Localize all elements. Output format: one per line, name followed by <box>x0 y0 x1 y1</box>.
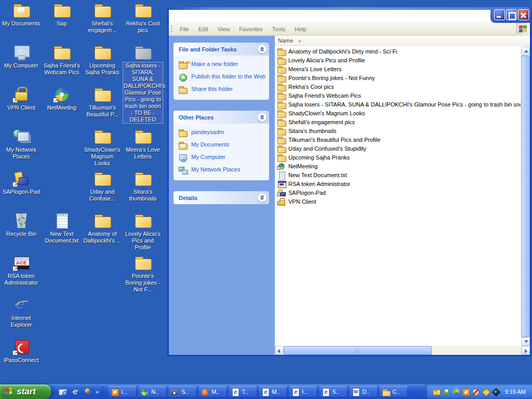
tr-swirl-icon[interactable] <box>452 388 460 396</box>
taskbar-button[interactable]: D.. <box>350 386 378 397</box>
desktop-icon[interactable]: Meera's Love Letters <box>123 128 163 170</box>
taskbar-button[interactable]: C.. <box>380 386 408 397</box>
menu-item[interactable]: Favorites <box>234 24 267 34</box>
place-link[interactable]: My Computer <box>179 154 267 162</box>
file-row[interactable]: Upcoming Sajha Pranks <box>275 153 521 162</box>
taskbar-button[interactable]: S.. <box>320 386 348 397</box>
horizontal-scroll-thumb[interactable] <box>284 346 432 355</box>
collapse-chevron-up-icon[interactable] <box>258 45 267 54</box>
file-row[interactable]: RSA token Administrator <box>275 179 521 188</box>
taskbar-button[interactable]: N.. <box>139 386 167 397</box>
place-link[interactable]: pandeysadm <box>179 129 267 137</box>
expand-chevron-down-icon[interactable] <box>258 193 267 202</box>
menu-item[interactable]: Help <box>290 24 311 34</box>
ql-ie-icon[interactable] <box>71 388 80 396</box>
minimize-button[interactable] <box>494 9 505 20</box>
desktop-icon[interactable]: Internet Explorer <box>1 297 42 339</box>
scroll-up-button[interactable] <box>521 47 530 56</box>
ql-msgr-icon[interactable] <box>84 388 92 396</box>
taskbar-button[interactable]: I... <box>289 386 317 397</box>
menu-item[interactable]: Edit <box>194 24 213 34</box>
scroll-left-button[interactable] <box>275 346 284 355</box>
window-titlebar[interactable] <box>169 7 530 23</box>
menu-item[interactable]: Tools <box>268 24 290 34</box>
desktop-icon[interactable]: iPassConnect <box>1 339 42 381</box>
taskbar-button[interactable]: S.. <box>169 386 197 397</box>
desktop-icon[interactable]: RSA token Administrator <box>1 255 42 297</box>
task-link[interactable]: Make a new folder <box>179 61 267 69</box>
close-button[interactable] <box>518 9 529 20</box>
collapse-chevron-up-icon[interactable] <box>258 113 267 122</box>
file-row[interactable]: ShadyClown's Magnum Looks <box>275 109 521 117</box>
file-row[interactable]: SAPlogon-Pad <box>275 188 521 197</box>
panel-header[interactable]: File and Folder Tasks <box>174 43 269 56</box>
file-row[interactable]: Meera's Love Letters <box>275 64 521 73</box>
file-row[interactable]: VPN Client <box>275 197 521 206</box>
desktop-icon[interactable]: Shefali's engagem... <box>82 2 123 44</box>
desktop-icon[interactable]: Poonte's Boring jokes - Not F... <box>123 255 163 297</box>
desktop-icon[interactable]: Uday and Confuse... <box>82 170 123 212</box>
scroll-right-button[interactable] <box>521 346 530 355</box>
tr-clock-icon[interactable] <box>462 388 470 396</box>
scroll-down-button[interactable] <box>521 337 530 346</box>
tb-netmeeting-icon <box>141 388 149 396</box>
menu-item[interactable]: File <box>175 24 194 34</box>
file-row[interactable]: Lovely Alicia's Pics and Profile <box>275 56 521 64</box>
place-link[interactable]: My Documents <box>179 141 267 149</box>
start-button[interactable]: start <box>0 384 51 399</box>
file-row[interactable]: Rekha's Cool pics <box>275 82 521 91</box>
file-row[interactable]: NetMeeting <box>275 162 521 170</box>
file-row[interactable]: Tilkumari's Beautiful Pics and Profile <box>275 135 521 144</box>
file-row[interactable]: Uday and Confused's Stupidity <box>275 144 521 153</box>
desktop-icon[interactable]: Anatomy of Dallipockhi's ... <box>82 212 123 255</box>
taskbar-button[interactable]: M.. <box>199 386 227 397</box>
file-row[interactable]: Poonte's Boring jokes - Not Funny <box>275 73 521 82</box>
ql-outlook-icon[interactable] <box>59 388 68 396</box>
file-row[interactable]: New Text Document.txt <box>275 170 521 179</box>
taskbar-button[interactable]: M.. <box>259 386 287 397</box>
taskbar-button[interactable]: T.. <box>229 386 257 397</box>
column-header-name[interactable]: Name <box>275 36 530 46</box>
file-row[interactable]: Sajha Friend's Webcam Pics <box>275 91 521 100</box>
desktop-icon[interactable]: New Text Document.txt <box>42 212 82 255</box>
maximize-button[interactable] <box>506 9 517 20</box>
desktop-icon[interactable]: Rekha's Cool pics <box>123 2 163 44</box>
task-link[interactable]: Publish this folder to the Web <box>179 73 267 81</box>
desktop-icon[interactable]: Tilkumari's Beautiful P... <box>82 86 123 128</box>
tr-mute-icon[interactable] <box>472 388 480 396</box>
place-link[interactable]: My Network Places <box>179 166 267 174</box>
desktop-icon[interactable]: Sitara's thumbnails <box>123 170 163 212</box>
desktop-icon[interactable]: My Network Places <box>1 128 42 170</box>
toolbar-grip[interactable] <box>171 25 172 33</box>
file-row[interactable]: Shefali's engagement pics <box>275 117 521 126</box>
desktop-icon[interactable]: Upcoming Sajha Pranks <box>82 44 123 86</box>
scroll-track[interactable] <box>432 346 521 355</box>
desktop-icon[interactable]: Lovely Alicia's Pics and Profile <box>123 212 163 255</box>
desktop-icon[interactable]: My Documents <box>1 2 42 44</box>
quick-launch-overflow-chevron[interactable]: » <box>95 389 100 395</box>
desktop-icon[interactable]: NetMeeting <box>42 86 82 128</box>
panel-header[interactable]: Other Places <box>174 111 269 124</box>
file-row[interactable]: Sitara's thumbnails <box>275 126 521 135</box>
file-row[interactable]: Sajha losers - SITARA, SUNA & DALLIPOKCH… <box>275 100 521 109</box>
taskbar-button[interactable]: I... <box>109 386 137 397</box>
vertical-scroll-thumb[interactable] <box>521 56 530 337</box>
vertical-scrollbar[interactable] <box>521 47 530 346</box>
tr-mail-icon[interactable] <box>432 388 441 396</box>
desktop-icon[interactable]: SAPlogon-Pad <box>1 170 42 212</box>
desktop-icon[interactable]: Sajha losers - SITARA, SUNA & DALLIPOKCH… <box>123 44 163 86</box>
desktop-icon[interactable]: ShadyClown's Magnum Looks <box>82 128 123 170</box>
desktop-icon[interactable]: VPN Client <box>1 86 42 128</box>
desktop-icon[interactable]: Sajha Friend's Webcam Pics <box>42 44 82 86</box>
task-link[interactable]: Share this folder <box>179 86 267 94</box>
desktop-icon[interactable]: Sap <box>42 2 82 44</box>
tr-person-icon[interactable] <box>442 388 450 396</box>
menu-item[interactable]: View <box>213 24 235 34</box>
tr-diamond-y-icon[interactable] <box>482 388 490 396</box>
desktop-icon[interactable]: My Computer <box>1 44 42 86</box>
horizontal-scrollbar[interactable] <box>275 346 530 355</box>
panel-header[interactable]: Details <box>174 191 269 204</box>
tr-diamond-g-icon[interactable] <box>491 388 500 396</box>
desktop-icon[interactable]: Recycle Bin <box>1 212 42 255</box>
file-row[interactable]: Anatomy of Dallipockhi's Dirty mind - Sc… <box>275 47 521 56</box>
